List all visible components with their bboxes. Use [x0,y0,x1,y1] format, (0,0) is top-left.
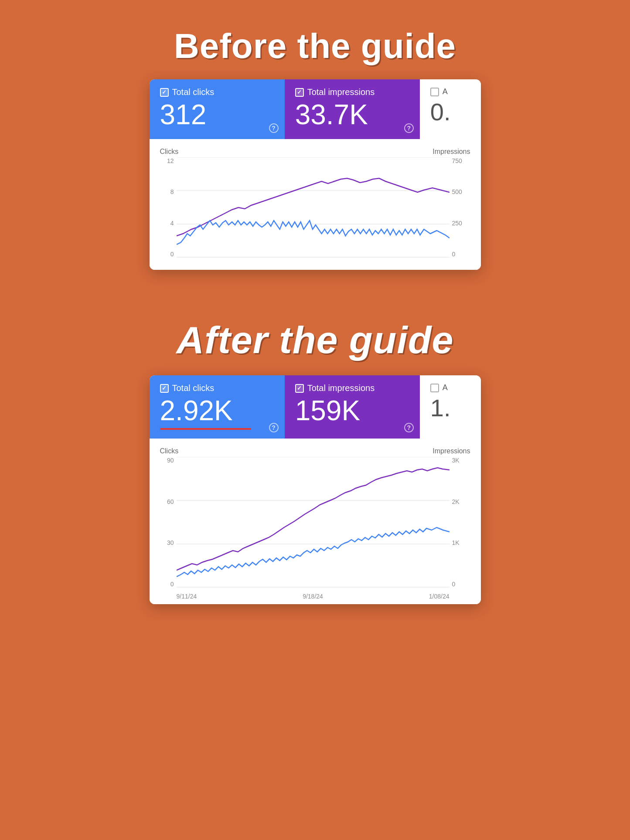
after-chart-svg [177,457,450,588]
before-chart-svg-container [177,157,450,258]
before-clicks-value: 312 [160,101,274,129]
before-clicks-checkbox [160,88,169,97]
before-y-right-0: 750 [452,157,462,164]
after-impressions-help-icon: ? [404,423,414,432]
after-y-right-1: 2K [452,498,460,505]
before-impressions-line [177,178,450,236]
before-impressions-block: Total impressions 33.7K ? [285,79,420,139]
after-card-header: Total clicks 2.92K ? Total impressions 1… [150,375,481,439]
before-chart-right-label: Impressions [432,148,470,156]
after-impressions-label: Total impressions [307,383,375,393]
after-impressions-block: Total impressions 159K ? [285,375,420,439]
after-clicks-line [177,527,450,577]
after-y-axis-left: 90 60 30 0 [160,457,174,588]
after-clicks-value: 2.92K [160,397,274,425]
after-x-label-2: 1/08/24 [429,593,450,600]
after-y-right-3: 0 [452,581,456,588]
before-impressions-value: 33.7K [295,101,409,129]
after-x-label-1: 9/18/24 [303,593,323,600]
after-y-left-0: 90 [167,457,174,464]
before-chart-body: 12 8 4 0 750 500 250 0 [160,157,470,258]
after-title: After the guide [177,318,454,362]
after-y-right-2: 1K [452,539,460,546]
before-other-label-row: A [430,87,470,96]
after-other-label-row: A [430,383,470,392]
after-other-value: 1. [430,396,470,420]
before-chart-left-label: Clicks [160,148,179,156]
after-clicks-block: Total clicks 2.92K ? [150,375,285,439]
before-y-right-1: 500 [452,188,462,195]
after-chart-right-label: Impressions [432,447,470,455]
before-y-right-2: 250 [452,220,462,227]
after-y-right-0: 3K [452,457,460,464]
before-clicks-label-row: Total clicks [160,87,274,97]
before-impressions-label: Total impressions [307,87,375,97]
after-clicks-label: Total clicks [172,383,215,393]
after-chart-body: 90 60 30 0 3K 2K 1K 0 [160,457,470,588]
after-card: Total clicks 2.92K ? Total impressions 1… [150,375,481,604]
before-clicks-help-icon: ? [269,123,279,133]
before-impressions-help-icon: ? [404,123,414,133]
before-y-left-1: 8 [170,188,174,195]
before-other-value: 0. [430,100,470,124]
after-x-label-0: 9/11/24 [177,593,197,600]
before-title: Before the guide [174,26,456,66]
before-clicks-block: Total clicks 312 ? [150,79,285,139]
after-section: After the guide Total clicks 2.92K ? Tot… [0,318,630,604]
after-x-axis: 9/11/24 9/18/24 1/08/24 [160,589,470,600]
before-card-header: Total clicks 312 ? Total impressions 33.… [150,79,481,139]
before-chart-area: Clicks Impressions 12 8 4 0 750 500 250 … [150,139,481,270]
after-clicks-help-icon: ? [269,423,279,432]
after-chart-svg-container [177,457,450,588]
after-y-left-2: 30 [167,539,174,546]
after-impressions-line [177,468,450,570]
after-chart-labels: Clicks Impressions [160,447,470,455]
after-other-label: A [443,383,448,392]
after-impressions-label-row: Total impressions [295,383,409,393]
after-clicks-label-row: Total clicks [160,383,274,393]
before-y-axis-right: 750 500 250 0 [452,157,470,258]
before-clicks-label: Total clicks [172,87,215,97]
before-other-block: A 0. [420,79,481,139]
after-clicks-checkbox [160,384,169,393]
before-impressions-label-row: Total impressions [295,87,409,97]
before-other-checkbox [430,88,439,96]
before-y-left-2: 4 [170,220,174,227]
before-y-right-3: 0 [452,251,456,258]
after-clicks-underline [160,428,252,430]
before-card: Total clicks 312 ? Total impressions 33.… [150,79,481,270]
after-impressions-value: 159K [295,397,409,425]
after-y-left-1: 60 [167,498,174,505]
before-y-axis-left: 12 8 4 0 [160,157,174,258]
after-other-checkbox [430,384,439,392]
before-chart-labels: Clicks Impressions [160,148,470,156]
before-impressions-checkbox [295,88,304,97]
after-y-axis-right: 3K 2K 1K 0 [452,457,470,588]
after-impressions-checkbox [295,384,304,393]
after-chart-area: Clicks Impressions 90 60 30 0 3K 2K 1K 0 [150,439,481,604]
before-y-left-3: 0 [170,251,174,258]
before-section: Before the guide Total clicks 312 ? Tota… [0,26,630,270]
after-other-block: A 1. [420,375,481,439]
after-chart-left-label: Clicks [160,447,179,455]
before-y-left-0: 12 [167,157,174,164]
before-chart-svg [177,157,450,258]
before-other-label: A [443,87,448,96]
after-y-left-3: 0 [170,581,174,588]
